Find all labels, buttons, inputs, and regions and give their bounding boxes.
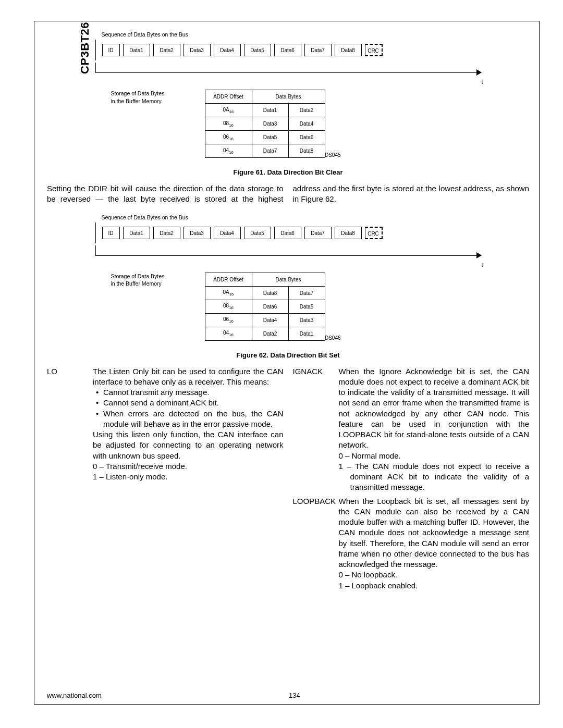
seq-line: ID Data1 Data2 Data3 Data4 Data5 Data6 D… — [95, 223, 481, 243]
seq-d6: Data6 — [274, 44, 301, 56]
seq-d1: Data1 — [123, 227, 150, 239]
seq-title: Sequence of Data Bytes on the Bus — [95, 31, 481, 40]
seq-crc: CRC — [365, 44, 383, 56]
body-ignack: When the Ignore Acknowledge bit is set, … — [339, 366, 530, 493]
th-data: Data Bytes — [252, 273, 325, 286]
time-label: t — [482, 262, 483, 268]
seq-d8: Data8 — [335, 227, 362, 239]
time-arrow: t — [95, 245, 481, 256]
memory-row: Storage of Data Bytes in the Buffer Memo… — [95, 273, 481, 341]
fig62-caption: Figure 62. Data Direction Bit Set — [47, 351, 529, 359]
footer-url: www.national.com — [47, 692, 102, 699]
def-col-left: LO The Listen Only bit can be used to co… — [47, 366, 284, 594]
seq-line: ID Data1 Data2 Data3 Data4 Data5 Data6 D… — [95, 40, 481, 60]
term-ignack: IGNACK — [293, 366, 339, 493]
memory-label: Storage of Data Bytes in the Buffer Memo… — [95, 90, 205, 158]
memory-table: ADDR Offset Data Bytes 0A16Data8Data7 08… — [205, 273, 325, 341]
memory-table: ADDR Offset Data Bytes 0A16Data1Data2 08… — [205, 90, 325, 158]
seq-d2: Data2 — [153, 227, 180, 239]
fig61-caption: Figure 61. Data Direction Bit Clear — [47, 168, 529, 176]
lo-mode1: 1 – Listen-only mode. — [93, 472, 284, 482]
loopback-mode1: 1 – Loopback enabled. — [339, 581, 530, 591]
def-ignack: IGNACK When the Ignore Acknowledge bit i… — [293, 366, 530, 493]
th-addr: ADDR Offset — [205, 90, 252, 104]
seq-d7: Data7 — [304, 44, 332, 56]
content: Sequence of Data Bytes on the Bus ID Dat… — [47, 31, 529, 697]
seq-d7: Data7 — [304, 227, 332, 239]
seq-d3: Data3 — [183, 227, 211, 239]
th-data: Data Bytes — [252, 90, 325, 104]
def-lo: LO The Listen Only bit can be used to co… — [47, 366, 284, 483]
seq-d3: Data3 — [183, 44, 211, 56]
seq-d5: Data5 — [244, 227, 271, 239]
seq-d2: Data2 — [153, 44, 180, 56]
time-arrow: t — [95, 63, 481, 73]
ds-tag: DS046 — [325, 335, 341, 341]
term-lo: LO — [47, 366, 93, 483]
seq-d8: Data8 — [335, 44, 362, 56]
ignack-mode0: 0 – Normal mode. — [339, 451, 530, 461]
lo-bullet: When errors are detected on the bus, the… — [93, 409, 284, 430]
footer: www.national.com 134 — [47, 692, 529, 699]
seq-d4: Data4 — [214, 227, 241, 239]
definitions: LO The Listen Only bit can be used to co… — [47, 366, 529, 594]
seq-d6: Data6 — [274, 227, 301, 239]
seq-title: Sequence of Data Bytes on the Bus — [95, 214, 481, 223]
def-loopback: LOOPBACK When the Loopback bit is set, a… — [293, 496, 530, 591]
ds-tag: DS045 — [325, 152, 341, 158]
seq-d1: Data1 — [123, 44, 150, 56]
lo-mode0: 0 – Transmit/receive mode. — [93, 461, 284, 472]
figure-61: Sequence of Data Bytes on the Bus ID Dat… — [95, 31, 481, 158]
footer-page: 134 — [289, 692, 300, 699]
loopback-mode0: 0 – No loopback. — [339, 570, 530, 580]
body-paragraph: Setting the DDIR bit will cause the dire… — [47, 183, 529, 205]
seq-id: ID — [102, 227, 120, 239]
seq-crc: CRC — [365, 227, 383, 239]
seq-id: ID — [102, 44, 120, 56]
memory-row: Storage of Data Bytes in the Buffer Memo… — [95, 90, 481, 158]
th-addr: ADDR Offset — [205, 273, 252, 286]
lo-bullet: Cannot transmit any message. — [93, 387, 284, 398]
seq-d4: Data4 — [214, 44, 241, 56]
body-loopback: When the Loopback bit is set, all messag… — [339, 496, 530, 591]
memory-label: Storage of Data Bytes in the Buffer Memo… — [95, 273, 205, 341]
body-lo: The Listen Only bit can be used to confi… — [93, 366, 284, 483]
time-label: t — [482, 79, 483, 85]
lo-bullet: Cannot send a dominant ACK bit. — [93, 398, 284, 408]
def-col-right: IGNACK When the Ignore Acknowledge bit i… — [293, 366, 530, 594]
seq-d5: Data5 — [244, 44, 271, 56]
term-loopback: LOOPBACK — [293, 496, 339, 591]
figure-62: Sequence of Data Bytes on the Bus ID Dat… — [95, 214, 481, 341]
ignack-mode1: 1 – The CAN module does not expect to re… — [339, 461, 530, 493]
